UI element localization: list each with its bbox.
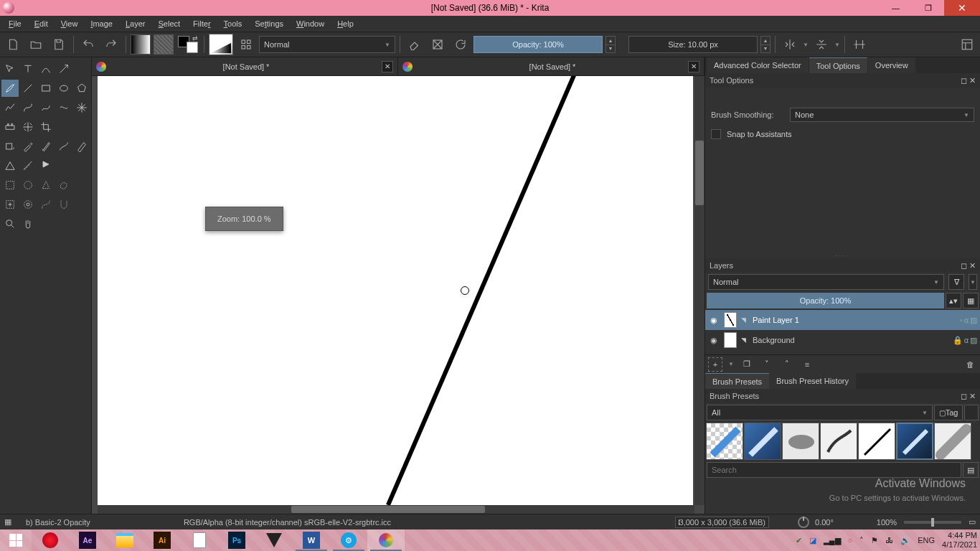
tool-calligraphy[interactable]	[55, 60, 72, 77]
taskbar-opera[interactable]	[32, 529, 69, 551]
tool-select-magnetic[interactable]	[55, 196, 72, 213]
brush-preset[interactable]	[934, 423, 971, 460]
tab-tool-options[interactable]: Tool Options	[809, 57, 867, 73]
brush-smoothing-select[interactable]: None▼	[790, 108, 974, 122]
brush-preset[interactable]	[782, 423, 819, 460]
tool-freehand-path[interactable]	[37, 99, 55, 116]
close-tab-icon[interactable]: ✕	[382, 61, 393, 72]
layer-row[interactable]: ◉ ◥ Background 🔒α▨	[705, 330, 980, 350]
close-tab-icon[interactable]: ✕	[688, 61, 699, 72]
tool-crop[interactable]	[37, 118, 55, 136]
redo-button[interactable]	[101, 34, 121, 55]
select-mode-icon[interactable]: ▦	[4, 517, 11, 527]
layer-extra-icon[interactable]: ▨	[970, 316, 977, 325]
tool-rect[interactable]	[37, 80, 55, 97]
tool-fill[interactable]	[1, 138, 19, 155]
tool-line[interactable]	[19, 80, 37, 97]
fg-bg-color[interactable]: ⇄	[176, 34, 199, 55]
tab-brush-presets[interactable]: Brush Presets	[705, 373, 769, 389]
tool-multibrush[interactable]	[73, 99, 90, 116]
mirror-h-button[interactable]	[780, 34, 800, 55]
taskbar-notepad[interactable]	[181, 529, 218, 551]
tool-bezier[interactable]	[19, 99, 37, 116]
size-slider[interactable]: Size: 10.00 px	[628, 36, 758, 53]
tray-security-icon[interactable]: ✔	[796, 536, 802, 545]
preset-search-input[interactable]	[707, 462, 961, 478]
tool-color-picker[interactable]	[19, 138, 37, 155]
maximize-button[interactable]: ❐	[912, 0, 944, 16]
start-button[interactable]	[0, 529, 32, 551]
layer-settings-button[interactable]: ≡	[800, 357, 814, 372]
menu-window[interactable]: Window	[291, 18, 330, 29]
add-layer-button[interactable]: +	[708, 357, 722, 372]
alpha-icon[interactable]: α	[964, 336, 969, 345]
tool-smart-fill[interactable]	[37, 138, 55, 155]
tool-brush[interactable]	[1, 80, 19, 97]
preset-view-button[interactable]	[964, 405, 979, 420]
size-spin[interactable]: ▲▼	[760, 36, 771, 53]
layer-row[interactable]: ◉ ◥ Paint Layer 1 ▫α▨	[705, 310, 980, 330]
brush-preview[interactable]	[209, 34, 233, 55]
visibility-icon[interactable]: ◉	[708, 316, 720, 325]
wrap-around-button[interactable]	[849, 34, 870, 55]
move-down-button[interactable]: ˅	[760, 357, 774, 372]
doc-tab-1[interactable]: [Not Saved] * ✕	[92, 57, 398, 75]
menu-edit[interactable]: Edit	[29, 18, 54, 29]
brush-preset[interactable]	[744, 423, 781, 460]
menu-tools[interactable]: Tools	[218, 18, 248, 29]
blend-mode-select[interactable]: Normal▼	[259, 36, 395, 53]
close-button[interactable]: ✕	[944, 0, 980, 16]
tray-volume-icon[interactable]: 🔊	[900, 536, 910, 545]
tool-assistants[interactable]	[1, 157, 19, 174]
delete-layer-button[interactable]: 🗑	[963, 357, 977, 372]
preset-tag-button[interactable]: ▢ Tag	[934, 405, 963, 420]
tool-pan[interactable]	[19, 215, 37, 232]
alpha-icon[interactable]: α	[964, 316, 969, 325]
taskbar-photoshop[interactable]: Ps	[218, 529, 255, 551]
taskbar-inkscape[interactable]	[255, 529, 293, 551]
tool-reference[interactable]	[37, 157, 55, 174]
duplicate-layer-button[interactable]: ❐	[740, 357, 754, 372]
visibility-icon[interactable]: ◉	[708, 336, 720, 345]
taskbar-illustrator[interactable]: Ai	[143, 529, 181, 551]
tool-polyline[interactable]	[1, 99, 19, 116]
menu-filter[interactable]: Filter	[187, 18, 216, 29]
tray-lang[interactable]: ENG	[918, 536, 935, 545]
tray-clock[interactable]: 4:44 PM4/17/2021	[942, 531, 977, 550]
tool-transform-tool[interactable]	[19, 118, 37, 136]
menu-settings[interactable]: Settings	[249, 18, 289, 29]
lock-icon[interactable]: 🔒	[953, 336, 963, 345]
canvas[interactable]	[98, 76, 693, 505]
tab-advanced-color[interactable]: Advanced Color Selector	[707, 57, 809, 73]
tool-select-ellipse[interactable]	[19, 176, 37, 194]
brush-preset[interactable]	[896, 423, 933, 460]
open-file-button[interactable]	[26, 34, 46, 55]
tab-brush-history[interactable]: Brush Preset History	[769, 373, 856, 389]
tray-opera-icon[interactable]: ○	[848, 536, 853, 545]
tool-measure[interactable]	[19, 157, 37, 174]
taskbar-krita[interactable]	[367, 529, 405, 551]
horizontal-scrollbar[interactable]	[98, 505, 694, 514]
tab-overview[interactable]: Overview	[868, 57, 915, 73]
tool-edit-shapes[interactable]	[37, 60, 55, 77]
pattern-swatch[interactable]	[154, 34, 174, 55]
menu-file[interactable]: File	[3, 18, 27, 29]
tray-flag-icon[interactable]: ⚑	[871, 536, 878, 545]
menu-image[interactable]: Image	[85, 18, 118, 29]
tool-zoom[interactable]	[1, 215, 19, 232]
tool-select-contig[interactable]	[1, 196, 19, 213]
zoom-slider[interactable]	[904, 521, 961, 524]
layer-extra-icon[interactable]: ▨	[970, 336, 977, 345]
layer-blend-select[interactable]: Normal▼	[708, 274, 944, 290]
tool-select-free[interactable]	[55, 176, 72, 194]
layer-props-button[interactable]: ▦	[963, 293, 979, 309]
tool-pattern-edit[interactable]	[55, 138, 72, 155]
panel-drag-handle[interactable]: ·····	[705, 253, 980, 258]
taskbar-aftereffects[interactable]: Ae	[69, 529, 106, 551]
preset-filter-select[interactable]: All▼	[707, 405, 933, 420]
taskbar-settings[interactable]: ⚙	[330, 529, 367, 551]
vertical-scrollbar[interactable]	[694, 76, 705, 505]
taskbar-word[interactable]: W	[293, 529, 330, 551]
tool-text[interactable]	[19, 60, 37, 77]
tool-move[interactable]	[1, 118, 19, 136]
